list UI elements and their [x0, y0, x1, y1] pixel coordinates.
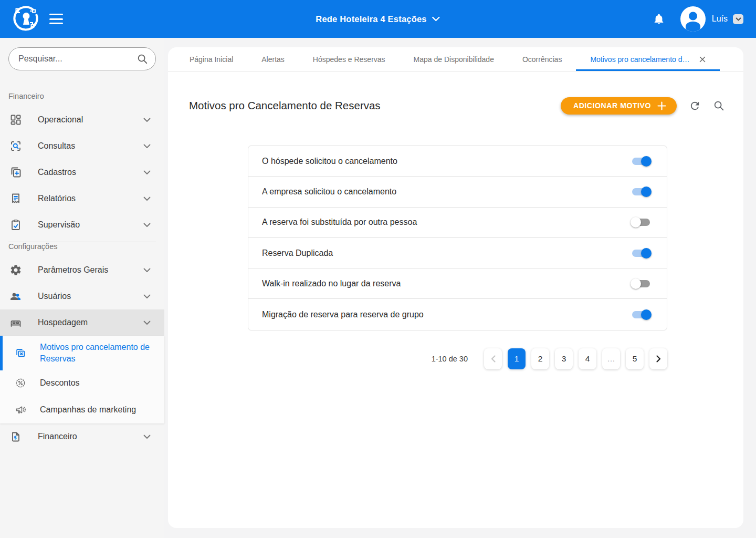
sidebar-item-financeiro[interactable]: $ Financeiro — [0, 423, 164, 450]
pagination-range-label: 1-10 de 30 — [432, 355, 468, 363]
sidebar-subitem-label: Motivos pro cancelamento de Reservas — [40, 342, 164, 365]
search-icon[interactable] — [136, 53, 148, 65]
tab-alertas[interactable]: Alertas — [247, 47, 299, 71]
pagination: 1-10 de 30 1 2 3 4 … 5 — [248, 348, 667, 369]
hospedagem-submenu: Motivos pro cancelamento de Reservas Des… — [0, 336, 164, 423]
property-selector[interactable]: Rede Hoteleira 4 Estações — [316, 0, 440, 38]
sidebar-item-label: Cadastros — [38, 168, 76, 177]
chevron-down-icon — [143, 223, 151, 227]
sidebar-nav-main: Operacional Consultas Cadastros Relatóri… — [0, 107, 164, 238]
user-name: Luís — [712, 14, 728, 24]
main-panel: Página Inicial Alertas Hóspedes e Reserv… — [168, 47, 743, 528]
sidebar-item-label: Financeiro — [38, 432, 77, 441]
chevron-down-icon — [143, 144, 151, 149]
sidebar-item-consultas[interactable]: Consultas — [0, 133, 164, 159]
sidebar-nav-config: Parâmetros Gerais Usuários Hospedagem M — [0, 257, 164, 450]
search-frame-icon — [9, 140, 22, 152]
users-icon — [9, 290, 22, 303]
tab-ocorrencias[interactable]: Ocorrências — [508, 47, 576, 71]
page-button-4[interactable]: 4 — [579, 348, 596, 369]
add-motivo-button-label: ADICIONAR MOTIVO — [573, 101, 651, 110]
toggle-switch[interactable] — [632, 250, 650, 257]
refresh-icon[interactable] — [689, 100, 701, 112]
sidebar-item-usuarios[interactable]: Usuários — [0, 283, 164, 309]
user-menu-chevron-icon[interactable] — [733, 14, 743, 24]
add-motivo-button[interactable]: ADICIONAR MOTIVO — [561, 97, 677, 115]
sidebar-item-hospedagem[interactable]: Hospedagem — [0, 309, 164, 336]
tab-motivos-cancelamento[interactable]: Motivos pro cancelamento d… — [576, 47, 719, 71]
chevron-down-icon — [143, 196, 151, 201]
page-button-ellipsis[interactable]: … — [602, 348, 620, 369]
toggle-switch[interactable] — [632, 311, 650, 318]
sidebar-section-financeiro: Financeiro — [8, 92, 164, 102]
reason-label: O hóspede solicitou o cancelamento — [262, 157, 632, 166]
toggle-switch[interactable] — [632, 188, 650, 195]
prev-page-button[interactable] — [484, 348, 502, 369]
chevron-down-icon — [143, 434, 151, 439]
page-button-5[interactable]: 5 — [626, 348, 644, 369]
list-item: Reserva Duplicada — [248, 238, 667, 268]
search-icon[interactable] — [713, 100, 724, 111]
square-x-icon — [15, 347, 26, 359]
tab-mapa-disponibilidade[interactable]: Mapa de Disponibilidade — [400, 47, 508, 71]
plus-icon — [657, 101, 666, 110]
tab-pagina-inicial[interactable]: Página Inicial — [175, 47, 247, 71]
clipboard-check-icon — [9, 219, 22, 231]
sidebar-subitem-motivos-cancelamento[interactable]: Motivos pro cancelamento de Reservas — [0, 336, 164, 370]
toggle-switch[interactable] — [632, 280, 650, 287]
avatar[interactable] — [680, 6, 706, 32]
list-item: O hóspede solicitou o cancelamento — [248, 146, 667, 177]
toggle-knob — [641, 309, 652, 320]
sidebar-item-label: Operacional — [38, 115, 83, 125]
page-button-2[interactable]: 2 — [531, 348, 549, 369]
sidebar-item-label: Usuários — [38, 292, 71, 301]
tab-hospedes-reservas[interactable]: Hóspedes e Reservas — [299, 47, 400, 71]
toggle-knob — [631, 278, 641, 289]
tab-label: Mapa de Disponibilidade — [414, 55, 494, 64]
hamburger-menu-icon[interactable] — [49, 14, 63, 24]
chevron-down-icon — [143, 118, 151, 122]
tab-label: Ocorrências — [522, 55, 562, 64]
sidebar-item-cadastros[interactable]: Cadastros — [0, 159, 164, 185]
sidebar-search — [8, 47, 156, 70]
list-item: Walk-in realizado no lugar da reserva — [248, 268, 667, 299]
top-app-bar: Rede Hoteleira 4 Estações Luís — [0, 0, 756, 38]
sidebar-item-label: Relatórios — [38, 194, 76, 203]
tab-label: Motivos pro cancelamento d… — [590, 55, 689, 64]
page-header: Motivos pro Cancelamento de Reservas ADI… — [189, 96, 724, 115]
bell-icon[interactable] — [653, 13, 665, 25]
sidebar-item-supervisao[interactable]: Supervisão — [0, 212, 164, 238]
close-icon[interactable] — [699, 56, 706, 63]
sidebar-item-label: Supervisão — [38, 220, 80, 230]
sidebar-section-configuracoes: Configurações — [8, 242, 164, 253]
sidebar-item-parametros-gerais[interactable]: Parâmetros Gerais — [0, 257, 164, 283]
tab-label: Hóspedes e Reservas — [313, 55, 385, 64]
toggle-switch[interactable] — [632, 219, 650, 226]
sidebar-subitem-label: Descontos — [40, 377, 90, 389]
toggle-knob — [631, 217, 641, 227]
page-title: Motivos pro Cancelamento de Reservas — [189, 99, 561, 112]
svg-text:$: $ — [14, 435, 17, 440]
copy-add-icon — [9, 166, 22, 179]
sidebar-item-relatorios[interactable]: Relatórios — [0, 185, 164, 212]
chevron-down-icon — [143, 294, 151, 299]
tab-label: Alertas — [261, 55, 285, 64]
sidebar-subitem-campanhas-marketing[interactable]: Campanhas de marketing — [0, 396, 164, 423]
discount-badge-icon — [15, 377, 26, 389]
dashboard-icon — [9, 113, 22, 126]
toggle-knob — [641, 187, 652, 197]
sidebar-subitem-label: Campanhas de marketing — [40, 404, 146, 416]
bed-icon — [9, 316, 22, 329]
page-button-3[interactable]: 3 — [555, 348, 573, 369]
receipt-icon — [9, 192, 22, 205]
next-page-button[interactable] — [649, 348, 667, 369]
toggle-switch[interactable] — [632, 158, 650, 165]
sidebar-item-operacional[interactable]: Operacional — [0, 107, 164, 133]
search-input[interactable] — [9, 54, 136, 64]
tab-bar: Página Inicial Alertas Hóspedes e Reserv… — [168, 47, 743, 71]
page-button-1[interactable]: 1 — [508, 348, 526, 369]
list-item: Migração de reserva para reserva de grup… — [248, 299, 667, 329]
sidebar-subitem-descontos[interactable]: Descontos — [0, 370, 164, 396]
sidebar: Financeiro Operacional Consultas Cadastr… — [0, 38, 164, 538]
chevron-down-icon — [143, 268, 151, 273]
